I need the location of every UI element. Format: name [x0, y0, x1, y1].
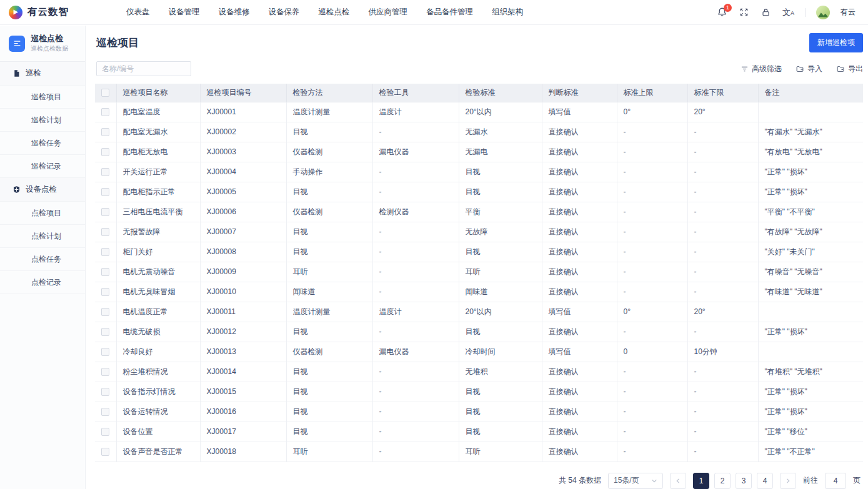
table-cell: 设备运转情况 — [116, 402, 200, 422]
sidebar-item[interactable]: 点检任务 — [0, 248, 85, 271]
sidebar-item[interactable]: 点检计划 — [0, 225, 85, 248]
table-cell: "正常" "损坏" — [758, 322, 863, 342]
lock-button[interactable] — [761, 7, 772, 18]
prev-page-button[interactable] — [670, 473, 686, 489]
column-header: 检验工具 — [372, 84, 459, 102]
table-cell: 电机温度正常 — [116, 302, 200, 322]
table-cell: - — [687, 222, 758, 242]
row-checkbox[interactable] — [101, 428, 109, 436]
page-button-4[interactable]: 4 — [757, 473, 773, 489]
table-cell: - — [687, 402, 758, 422]
app-logo[interactable]: 有云数智 — [9, 6, 69, 19]
module-subtitle: 巡检点检数据 — [31, 44, 68, 53]
chevron-down-icon — [651, 478, 657, 484]
goto-page-input[interactable] — [825, 473, 846, 489]
table-cell: 冷却时间 — [459, 342, 542, 362]
table-cell: 直接确认 — [542, 162, 617, 182]
table-cell: 直接确认 — [542, 242, 617, 262]
nav-item-5[interactable]: 巡检点检 — [319, 7, 350, 17]
import-icon — [796, 65, 804, 73]
table-cell: 温度计 — [372, 302, 459, 322]
notifications-button[interactable]: 1 — [717, 7, 728, 18]
group-header-inspection[interactable]: 巡检 — [0, 62, 85, 86]
table-cell: 仪器检测 — [286, 202, 372, 222]
row-checkbox[interactable] — [101, 208, 109, 216]
table-cell: XJ00018 — [200, 442, 286, 462]
sidebar-item[interactable]: 点检记录 — [0, 271, 85, 294]
table-cell — [758, 302, 863, 322]
page-button-3[interactable]: 3 — [736, 473, 752, 489]
row-checkbox[interactable] — [101, 228, 109, 236]
row-checkbox[interactable] — [101, 168, 109, 176]
table-cell: - — [372, 402, 459, 422]
nav-item-4[interactable]: 设备保养 — [269, 7, 300, 17]
nav-item-2[interactable]: 设备管理 — [169, 7, 200, 17]
row-checkbox[interactable] — [101, 308, 109, 316]
sidebar-item[interactable]: 巡检计划 — [0, 109, 85, 132]
row-checkbox[interactable] — [101, 128, 109, 136]
row-checkbox[interactable] — [101, 288, 109, 296]
table-cell: XJ00015 — [200, 382, 286, 402]
table-cell: XJ00010 — [200, 282, 286, 302]
table-cell: - — [687, 282, 758, 302]
column-header: 巡检项目名称 — [116, 84, 200, 102]
table-cell: - — [617, 262, 687, 282]
table-cell: 冷却良好 — [116, 342, 200, 362]
topbar-actions: 1 文A 有云 — [717, 6, 856, 19]
row-checkbox[interactable] — [101, 268, 109, 276]
table-row: 设备位置XJ00017目视-目视直接确认--"正常" "移位" — [95, 422, 863, 442]
sidebar-item[interactable]: 巡检记录 — [0, 155, 85, 178]
table-cell — [758, 342, 863, 362]
table-cell: - — [372, 162, 459, 182]
language-button[interactable]: 文A — [782, 7, 794, 18]
nav-item-8[interactable]: 组织架构 — [492, 7, 523, 17]
row-checkbox[interactable] — [101, 108, 109, 116]
row-checkbox[interactable] — [101, 328, 109, 336]
nav-item-1[interactable]: 仪表盘 — [126, 7, 150, 17]
next-page-button[interactable] — [780, 473, 796, 489]
table-cell: "关好" "未关门" — [758, 242, 863, 262]
row-checkbox[interactable] — [101, 368, 109, 376]
import-button[interactable]: 导入 — [796, 64, 822, 74]
sidebar-item[interactable]: 巡检项目 — [0, 86, 85, 109]
fullscreen-button[interactable] — [739, 7, 750, 18]
nav-item-7[interactable]: 备品备件管理 — [426, 7, 473, 17]
table-cell: 0° — [617, 302, 687, 322]
group-header-spotcheck[interactable]: 设备点检 — [0, 178, 85, 202]
sidebar-item[interactable]: 点检项目 — [0, 202, 85, 225]
table-cell: 目视 — [286, 402, 372, 422]
lock-icon — [761, 7, 771, 17]
table-cell: - — [372, 362, 459, 382]
row-checkbox[interactable] — [101, 148, 109, 156]
table-cell: 无堆积 — [459, 362, 542, 382]
avatar[interactable] — [816, 6, 830, 19]
sidebar-item[interactable]: 巡检任务 — [0, 132, 85, 155]
table-cell: 目视 — [459, 182, 542, 202]
export-button[interactable]: 导出 — [836, 64, 863, 74]
table-cell: - — [687, 442, 758, 462]
row-checkbox[interactable] — [101, 348, 109, 356]
pagination: 共 54 条数据 15条/页 1234 前往 页 — [95, 473, 863, 489]
row-checkbox[interactable] — [101, 188, 109, 196]
row-checkbox[interactable] — [101, 388, 109, 396]
row-checkbox[interactable] — [101, 248, 109, 256]
table-cell: 设备指示灯情况 — [116, 382, 200, 402]
page-size-select[interactable]: 15条/页 — [608, 473, 663, 489]
table-cell: - — [372, 262, 459, 282]
table-row: 冷却良好XJ00013仪器检测漏电仪器冷却时间填写值010分钟 — [95, 342, 863, 362]
select-all-checkbox[interactable] — [101, 89, 109, 97]
table-cell: - — [617, 402, 687, 422]
advanced-filter-button[interactable]: 高级筛选 — [741, 64, 782, 74]
row-checkbox[interactable] — [101, 408, 109, 416]
nav-item-3[interactable]: 设备维修 — [219, 7, 250, 17]
page-button-2[interactable]: 2 — [714, 473, 731, 489]
page-button-1[interactable]: 1 — [693, 473, 709, 489]
search-input[interactable] — [96, 61, 191, 76]
table-cell: "平衡" "不平衡" — [758, 202, 863, 222]
module-title: 巡检点检 — [31, 34, 68, 43]
row-checkbox[interactable] — [101, 448, 109, 456]
table-cell: 直接确认 — [542, 122, 617, 142]
table-cell: 电缆无破损 — [116, 322, 200, 342]
nav-item-6[interactable]: 供应商管理 — [369, 7, 408, 17]
add-inspection-item-button[interactable]: 新增巡检项 — [809, 33, 863, 52]
